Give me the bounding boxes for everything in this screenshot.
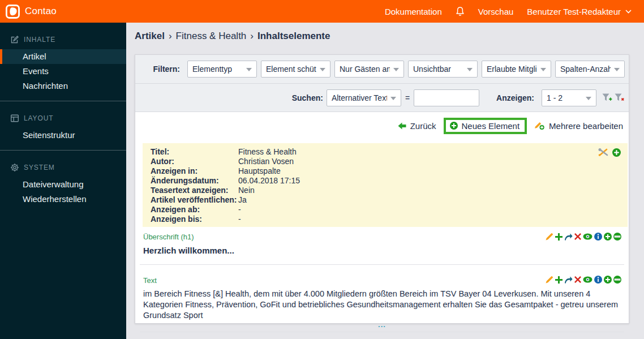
gear-icon <box>10 163 19 172</box>
top-nav: Dokumentation Vorschau Benutzer Test-Red… <box>385 6 644 16</box>
brand-home-link[interactable]: Contao <box>0 5 57 19</box>
search-bar: Suchen: Alternativer Text = Anzeigen: 1 … <box>135 84 629 112</box>
visibility-eye-icon[interactable] <box>583 233 593 240</box>
search-input[interactable] <box>414 89 479 106</box>
element-headline-text: Herzlich willkommen... <box>143 246 621 255</box>
info-value: Nein <box>238 186 255 195</box>
sidebar-item-wiederherstellen[interactable]: Wiederherstellen <box>0 192 126 207</box>
add-circle-plus-icon[interactable] <box>604 233 612 241</box>
back-arrow-icon <box>398 122 406 130</box>
sidebar-section-inhalte: INHALTE <box>0 35 126 44</box>
info-label: Anzeigen ab: <box>151 205 238 214</box>
content-element-text: Text im Bereich Fitness [&] Health, dem … <box>135 265 629 332</box>
nav-user-menu[interactable]: Benutzer Test-Redakteur <box>527 7 632 16</box>
info-value: 06.04.2018 17:15 <box>238 176 300 186</box>
delete-x-icon[interactable] <box>574 233 581 240</box>
sidebar: INHALTE Artikel Events Nachrichten LAYOU… <box>0 23 126 339</box>
filter-nur-gaesten-select[interactable]: Nur Gästen anze <box>334 61 404 78</box>
circle-minus-icon[interactable] <box>613 233 621 241</box>
select-value: Nur Gästen anze <box>340 65 390 74</box>
select-value: Erlaubte Mitglie <box>487 65 537 74</box>
action-highlight-box: Neues Element <box>444 118 527 134</box>
bell-icon[interactable] <box>456 6 465 16</box>
select-value: 1 - 2 <box>547 93 563 102</box>
info-icon[interactable] <box>594 233 602 241</box>
search-label: Suchen: <box>292 93 323 102</box>
brand-name: Contao <box>25 6 57 17</box>
breadcrumb-fitness-health[interactable]: Fitness & Health <box>176 31 247 41</box>
filter-spalten-anzahl-select[interactable]: Spalten-Anzahl <box>555 61 625 78</box>
article-info-box: Titel:Fitness & Health Autor:Christian V… <box>143 143 628 227</box>
filter-unsichtbar-select[interactable]: Unsichtbar <box>408 61 478 78</box>
info-label: Titel: <box>151 147 238 157</box>
info-label: Teasertext anzeigen: <box>151 186 238 195</box>
sidebar-divider <box>0 150 126 151</box>
nav-dokumentation[interactable]: Dokumentation <box>385 7 442 16</box>
new-element-button[interactable]: Neues Element <box>450 121 520 131</box>
chevron-down-icon <box>625 10 632 14</box>
sidebar-divider <box>0 101 126 101</box>
range-select[interactable]: 1 - 2 <box>542 89 596 106</box>
circle-plus-icon <box>450 122 458 130</box>
duplicate-plus-icon[interactable] <box>555 276 563 284</box>
caret-down-icon <box>614 68 620 71</box>
info-row: Teasertext anzeigen:Nein <box>151 186 620 195</box>
element-more-ellipsis[interactable]: ... <box>143 321 621 329</box>
breadcrumb-artikel[interactable]: Artikel <box>135 31 165 41</box>
sidebar-item-artikel[interactable]: Artikel <box>0 49 126 64</box>
filter-actions <box>602 93 625 102</box>
breadcrumb-separator: › <box>250 31 254 41</box>
edit-multiple-button[interactable]: Mehrere bearbeiten <box>534 121 623 131</box>
add-circle-plus-icon[interactable] <box>604 276 612 284</box>
show-range-group: Anzeigen: 1 - 2 <box>496 89 596 106</box>
visibility-eye-icon[interactable] <box>583 276 593 283</box>
edit-multiple-label: Mehrere bearbeiten <box>549 121 623 131</box>
filter-elementtyp-select[interactable]: Elementtyp <box>187 61 257 78</box>
circle-plus-icon[interactable] <box>612 148 621 157</box>
caret-down-icon <box>540 68 546 71</box>
back-button[interactable]: Zurück <box>398 121 436 131</box>
main-content: Artikel›Fitness & Health›Inhaltselemente… <box>126 23 644 339</box>
filter-apply-icon[interactable] <box>602 93 612 102</box>
filter-element-schuetzen-select[interactable]: Element schütze <box>261 61 330 78</box>
caret-down-icon <box>393 68 399 71</box>
sidebar-section-label: SYSTEM <box>24 164 55 171</box>
info-row: Artikel veröffentlichen:Ja <box>151 195 620 205</box>
settings-tools-icon[interactable] <box>598 148 609 157</box>
edit-content-icon <box>10 35 19 44</box>
info-row: Änderungsdatum:06.04.2018 17:15 <box>151 176 620 186</box>
info-value: - <box>238 214 241 224</box>
contao-logo-icon <box>6 5 20 19</box>
info-label: Anzeigen bis: <box>151 214 238 224</box>
edit-pencil-icon[interactable] <box>546 233 553 241</box>
duplicate-plus-icon[interactable] <box>555 233 563 241</box>
info-row: Autor:Christian Vosen <box>151 157 620 166</box>
select-value: Alternativer Text <box>332 93 387 102</box>
sidebar-item-nachrichten[interactable]: Nachrichten <box>0 79 126 93</box>
info-value: Ja <box>238 195 247 205</box>
filter-reset-icon[interactable] <box>615 93 625 102</box>
sidebar-section-layout: LAYOUT <box>0 114 126 123</box>
circle-minus-icon[interactable] <box>613 276 621 284</box>
search-field-select[interactable]: Alternativer Text <box>327 89 401 106</box>
delete-x-icon[interactable] <box>574 276 581 283</box>
element-divider <box>140 332 624 332</box>
filter-label: Filtern: <box>153 65 180 74</box>
layout-icon <box>10 114 19 123</box>
move-arrow-icon[interactable] <box>564 233 573 241</box>
caret-down-icon <box>586 97 591 100</box>
filter-bar: Filtern: Elementtyp Element schütze Nur … <box>135 55 629 84</box>
info-value: - <box>238 205 241 214</box>
info-value: Fitness & Health <box>238 147 297 157</box>
filter-erlaubte-mitglieder-select[interactable]: Erlaubte Mitglie <box>482 61 551 78</box>
article-actions <box>598 148 621 157</box>
move-arrow-icon[interactable] <box>564 276 573 284</box>
equals-operator: = <box>405 93 410 102</box>
info-row: Anzeigen bis:- <box>151 214 620 224</box>
nav-vorschau[interactable]: Vorschau <box>478 7 514 16</box>
info-icon[interactable] <box>594 276 602 284</box>
edit-pencil-icon[interactable] <box>546 276 553 284</box>
sidebar-item-seitenstruktur[interactable]: Seitenstruktur <box>0 128 126 143</box>
sidebar-item-dateiverwaltung[interactable]: Dateiverwaltung <box>0 177 126 192</box>
sidebar-item-events[interactable]: Events <box>0 64 126 79</box>
